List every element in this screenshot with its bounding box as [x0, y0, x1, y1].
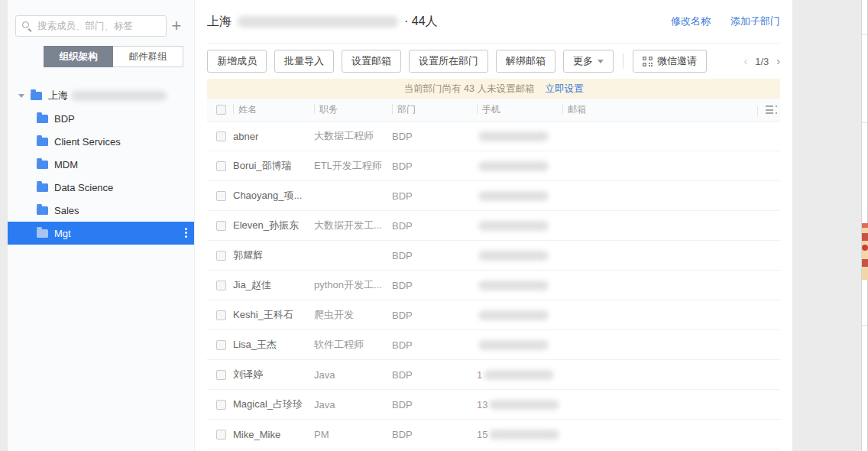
table-row[interactable]: Borui_邵博瑞 ETL开发工程师 BDP: [207, 151, 780, 181]
tree-item-label: Mgt: [54, 228, 71, 239]
more-options-icon[interactable]: [185, 228, 187, 238]
row-checkbox[interactable]: [216, 281, 226, 290]
member-title: Java: [314, 399, 392, 410]
next-page-icon[interactable]: ›: [776, 55, 780, 67]
table-row[interactable]: Keshi_王科石 爬虫开发 BDP: [207, 300, 780, 330]
row-checkbox[interactable]: [216, 370, 226, 380]
member-list-panel: 上海 · 44人 修改名称 添加子部门 新增成员 批量导入 设置邮箱 设置所在部…: [195, 0, 792, 451]
row-checkbox[interactable]: [216, 161, 226, 171]
toolbar-divider: [623, 54, 623, 69]
member-title: PM: [314, 429, 392, 440]
tab-org-structure[interactable]: 组织架构: [44, 46, 113, 67]
folder-icon: [37, 161, 48, 169]
redacted-phone: [489, 430, 559, 440]
row-checkbox[interactable]: [216, 191, 226, 201]
page-indicator: 1/3: [755, 56, 769, 67]
row-checkbox[interactable]: [216, 131, 226, 141]
department-header: 上海 · 44人 修改名称 添加子部门: [207, 0, 780, 44]
header-checkbox-cell: [207, 105, 233, 115]
redacted-text: [71, 91, 167, 101]
column-header-title[interactable]: 职务: [314, 103, 392, 116]
prev-page-icon[interactable]: ‹: [744, 55, 748, 67]
mailbox-notice-banner: 当前部门尚有 43 人未设置邮箱 立即设置: [207, 79, 780, 99]
table-row[interactable]: Mike_Mike PM BDP 15: [207, 420, 780, 449]
tree-item-label: 上海: [48, 89, 68, 102]
add-member-button[interactable]: 新增成员: [207, 50, 267, 73]
table-row[interactable]: 郭耀辉 BDP: [207, 241, 780, 271]
tree-item-data-science[interactable]: Data Science: [8, 176, 194, 199]
row-checkbox[interactable]: [216, 430, 226, 440]
column-settings-cell: [757, 105, 780, 114]
rename-department-link[interactable]: 修改名称: [671, 15, 711, 28]
member-dept: BDP: [392, 220, 477, 232]
column-header-phone[interactable]: 手机: [477, 103, 562, 116]
collapse-caret-icon[interactable]: [18, 94, 24, 98]
tree-item-client-services[interactable]: Client Services: [8, 130, 194, 153]
member-name: Chaoyang_项...: [233, 189, 314, 203]
member-dept: BDP: [392, 399, 477, 410]
member-title: python开发工...: [314, 278, 392, 292]
member-name: Keshi_王科石: [233, 308, 314, 322]
tree-item-bdp[interactable]: BDP: [8, 107, 194, 130]
department-tree: 上海 BDP Client Services MDM Data Science: [8, 84, 194, 245]
column-header-dept[interactable]: 部门: [392, 103, 477, 116]
row-checkbox[interactable]: [216, 251, 226, 261]
folder-icon: [37, 206, 48, 215]
row-checkbox[interactable]: [216, 221, 226, 231]
add-sub-department-link[interactable]: 添加子部门: [730, 15, 780, 28]
tree-item-mdm[interactable]: MDM: [8, 153, 194, 176]
member-dept: BDP: [392, 429, 477, 440]
sidebar-search-row: +: [15, 15, 186, 37]
table-header: 姓名 职务 部门 手机 邮箱: [207, 99, 780, 122]
member-count: · 44人: [404, 14, 438, 30]
set-department-button[interactable]: 设置所在部门: [409, 50, 488, 73]
redacted-phone: [484, 370, 554, 380]
folder-icon: [37, 229, 48, 238]
row-checkbox[interactable]: [216, 310, 226, 320]
unbind-mailbox-button[interactable]: 解绑邮箱: [496, 50, 555, 73]
row-checkbox[interactable]: [216, 400, 226, 410]
member-dept: BDP: [392, 280, 477, 291]
folder-icon: [37, 138, 48, 146]
member-name: Borui_邵博瑞: [233, 159, 314, 173]
table-row[interactable]: Lisa_王杰 软件工程师 BDP: [207, 330, 780, 360]
table-row[interactable]: 刘译婷 Java BDP 1: [207, 360, 780, 390]
set-mailbox-button[interactable]: 设置邮箱: [342, 50, 401, 73]
member-name: abner: [233, 131, 314, 142]
tree-item-sales[interactable]: Sales: [8, 199, 194, 222]
tab-mail-groups[interactable]: 邮件群组: [113, 46, 183, 67]
member-title: 爬虫开发: [314, 308, 392, 322]
tree-item-mgt[interactable]: Mgt: [8, 222, 194, 245]
redacted-phone: [489, 400, 559, 410]
tree-item-root[interactable]: 上海: [8, 84, 194, 107]
column-settings-icon[interactable]: [766, 105, 777, 114]
department-name-prefix: 上海: [207, 14, 232, 30]
redacted-phone: [478, 310, 549, 320]
column-header-name[interactable]: 姓名: [233, 103, 314, 116]
table-row[interactable]: Eleven_孙振东 大数据开发工... BDP: [207, 211, 780, 241]
table-row[interactable]: Chaoyang_项... BDP: [207, 181, 780, 211]
org-sidebar: + 组织架构 邮件群组 上海 BDP Client Services: [8, 0, 195, 451]
tree-item-label: Client Services: [54, 136, 121, 148]
member-dept: BDP: [392, 369, 477, 381]
folder-icon: [37, 183, 48, 192]
table-row[interactable]: Magical_占珍珍 Java BDP 13: [207, 390, 780, 420]
select-all-checkbox[interactable]: [216, 105, 226, 115]
row-checkbox[interactable]: [216, 340, 226, 350]
set-now-link[interactable]: 立即设置: [545, 83, 583, 96]
phone-prefix: 13: [477, 399, 487, 410]
phone-prefix: 15: [477, 429, 487, 440]
search-input[interactable]: [15, 15, 167, 37]
column-header-email[interactable]: 邮箱: [562, 103, 757, 116]
wechat-invite-button[interactable]: 微信邀请: [633, 50, 707, 73]
member-name: 刘译婷: [233, 368, 314, 381]
member-title: ETL开发工程师: [314, 159, 392, 173]
more-button[interactable]: 更多: [563, 50, 614, 73]
member-name: Mike_Mike: [233, 429, 314, 440]
table-row[interactable]: abner 大数据工程师 BDP: [207, 122, 780, 151]
batch-import-button[interactable]: 批量导入: [274, 50, 334, 73]
more-button-label: 更多: [573, 54, 593, 68]
add-button[interactable]: +: [167, 15, 186, 37]
table-row[interactable]: Jia_赵佳 python开发工... BDP: [207, 271, 780, 300]
member-title: 软件工程师: [314, 338, 392, 352]
